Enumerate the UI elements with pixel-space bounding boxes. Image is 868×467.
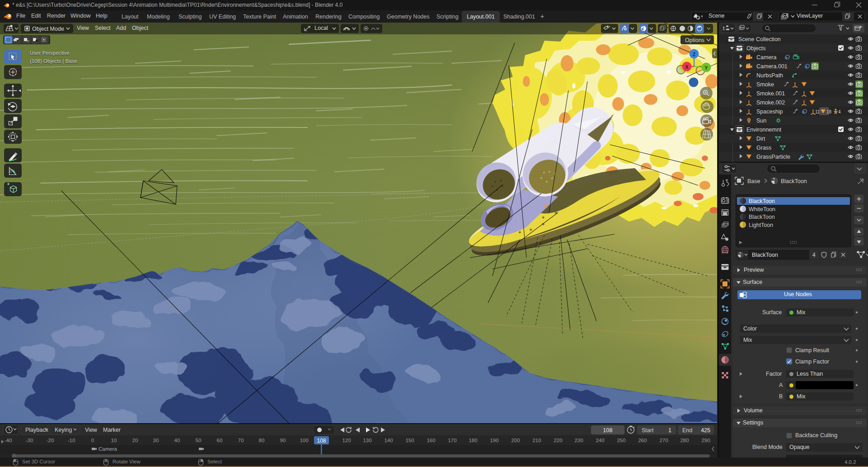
svg-text:Camera.001: Camera.001 [756, 63, 788, 70]
svg-text:Objects: Objects [746, 45, 765, 52]
svg-text:1: 1 [668, 427, 671, 434]
svg-text:BlackToon: BlackToon [752, 252, 778, 258]
svg-text:Y: Y [704, 65, 708, 71]
svg-text:View: View [85, 427, 98, 433]
svg-text:Sun: Sun [756, 118, 766, 124]
svg-text:-20: -20 [47, 438, 54, 443]
svg-text:108: 108 [603, 427, 613, 434]
svg-text:11: 11 [815, 109, 820, 114]
svg-text:30: 30 [153, 438, 159, 443]
svg-text:4: 4 [838, 109, 841, 114]
svg-text:40: 40 [174, 438, 180, 443]
svg-text:Object Mode: Object Mode [32, 26, 64, 32]
svg-text:290: 290 [701, 438, 710, 443]
svg-text:Marker: Marker [103, 427, 121, 433]
svg-text:10: 10 [111, 438, 117, 443]
svg-text:NurbsPath: NurbsPath [756, 72, 783, 79]
svg-text:Dirt: Dirt [756, 136, 765, 142]
svg-text:GrassParticle: GrassParticle [756, 154, 790, 160]
svg-text:-10: -10 [68, 438, 75, 443]
svg-text:WhiteToon: WhiteToon [749, 206, 775, 212]
svg-text:220: 220 [554, 438, 562, 443]
svg-text:End: End [682, 427, 692, 434]
svg-text:230: 230 [574, 438, 583, 443]
svg-text:Environnemnt: Environnemnt [746, 127, 782, 133]
svg-text:Base: Base [747, 178, 760, 184]
svg-text:140: 140 [384, 438, 393, 443]
svg-text:120: 120 [342, 438, 351, 443]
svg-text:170: 170 [448, 438, 456, 443]
svg-text:BlackToon: BlackToon [781, 178, 807, 184]
svg-text:BlackToon: BlackToon [749, 214, 775, 220]
svg-text:240: 240 [596, 438, 604, 443]
svg-text:-40: -40 [5, 438, 12, 443]
svg-text:Spaceship: Spaceship [756, 108, 783, 115]
svg-text:190: 190 [490, 438, 498, 443]
svg-text:-30: -30 [26, 438, 33, 443]
svg-text:BlackToon: BlackToon [749, 198, 775, 204]
svg-text:270: 270 [659, 438, 668, 443]
svg-text:50: 50 [196, 438, 202, 443]
svg-text:180: 180 [469, 438, 477, 443]
svg-text:Playback: Playback [25, 427, 48, 433]
svg-text:80: 80 [259, 438, 265, 443]
svg-text:60: 60 [217, 438, 223, 443]
svg-text:Smoke: Smoke [756, 81, 774, 88]
svg-text:X: X [685, 64, 689, 70]
svg-text:250: 250 [617, 438, 625, 443]
svg-text:Camera: Camera [99, 446, 117, 452]
svg-text:210: 210 [532, 438, 541, 443]
svg-text:280: 280 [680, 438, 689, 443]
svg-text:160: 160 [427, 438, 435, 443]
svg-text:260: 260 [638, 438, 647, 443]
svg-text:108: 108 [317, 438, 326, 444]
svg-text:18: 18 [826, 109, 832, 114]
svg-text:Start: Start [642, 427, 654, 434]
svg-text:200: 200 [511, 438, 520, 443]
svg-text:0: 0 [91, 438, 94, 443]
svg-text:130: 130 [363, 438, 371, 443]
svg-text:20: 20 [132, 438, 138, 443]
svg-text:150: 150 [405, 438, 414, 443]
svg-text:70: 70 [238, 438, 244, 443]
svg-text:Smoke.001: Smoke.001 [756, 90, 785, 97]
svg-text:LightToon: LightToon [749, 222, 773, 228]
svg-text:100: 100 [300, 438, 308, 443]
svg-text:90: 90 [280, 438, 286, 443]
svg-text:Camera: Camera [756, 54, 777, 61]
svg-text:Z: Z [693, 52, 696, 57]
svg-text:Keying: Keying [55, 427, 72, 433]
svg-text:425: 425 [701, 427, 710, 434]
svg-text:Smoke.002: Smoke.002 [756, 99, 785, 106]
svg-text:4: 4 [812, 252, 816, 258]
svg-text:Scene Collection: Scene Collection [738, 36, 781, 42]
svg-text:Grass: Grass [756, 145, 771, 151]
